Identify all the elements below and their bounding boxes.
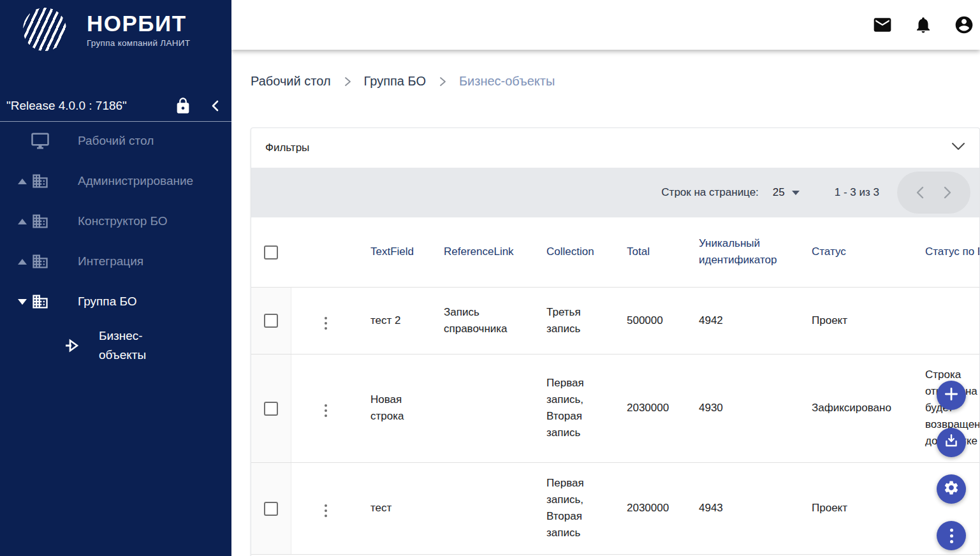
breadcrumb-item-desktop[interactable]: Рабочий стол bbox=[251, 74, 331, 89]
select-all-checkbox[interactable] bbox=[264, 245, 278, 260]
sidebar-item-label: Рабочий стол bbox=[78, 134, 154, 148]
column-header-textfield: TextField bbox=[360, 217, 434, 287]
brand-name: НОРБИТ bbox=[87, 11, 190, 36]
table-row: Новая строка Первая запись, Вторая запис… bbox=[251, 354, 979, 462]
collapsed-indicator-icon bbox=[18, 259, 27, 265]
business-objects-table: TextField ReferenceLink Collection Total… bbox=[251, 217, 979, 555]
sidebar-item-label: Интеграция bbox=[78, 254, 143, 268]
cell-uid: 4942 bbox=[689, 287, 801, 354]
chevron-right-icon bbox=[438, 77, 447, 87]
more-actions-button[interactable] bbox=[937, 521, 966, 550]
main-content: Рабочий стол Группа БО Бизнес-объекты Фи… bbox=[231, 50, 980, 556]
chevron-right-icon bbox=[343, 77, 352, 87]
next-page-button[interactable] bbox=[940, 185, 955, 200]
row-checkbox[interactable] bbox=[264, 314, 278, 328]
breadcrumb-item-business-objects: Бизнес-объекты bbox=[459, 74, 555, 89]
sidebar-item-label: Администрирование bbox=[78, 174, 193, 188]
rows-per-page-value: 25 bbox=[773, 186, 785, 199]
cell-textfield: тест bbox=[360, 462, 434, 554]
plus-icon bbox=[943, 386, 960, 405]
cell-status: Проект bbox=[801, 287, 915, 354]
pagination-range: 1 - 3 из 3 bbox=[835, 186, 879, 199]
sidebar-item-label: Группа БО bbox=[78, 295, 137, 309]
add-button[interactable] bbox=[937, 381, 966, 410]
sidebar-menu: Рабочий стол Администрирование Конструкт… bbox=[0, 126, 231, 327]
settings-button[interactable] bbox=[937, 474, 966, 504]
cell-referencelink bbox=[434, 462, 536, 554]
breadcrumb: Рабочий стол Группа БО Бизнес-объекты bbox=[251, 74, 555, 89]
download-button[interactable] bbox=[937, 428, 966, 457]
actions-column-header bbox=[291, 217, 360, 287]
cell-status: Проект bbox=[801, 462, 915, 554]
column-header-uid: Уникальный идентификатор bbox=[689, 217, 801, 287]
rows-per-page-label: Строк на странице: bbox=[661, 186, 759, 199]
collapsed-indicator-icon bbox=[18, 219, 27, 224]
cell-status: Зафиксировано bbox=[801, 354, 915, 462]
cell-status-bp bbox=[915, 287, 979, 354]
account-button[interactable] bbox=[953, 14, 975, 36]
desktop-icon bbox=[31, 131, 50, 150]
sidebar-subitem-label: Бизнес-объекты bbox=[99, 326, 168, 365]
sidebar-item-bo-group[interactable]: Группа БО bbox=[0, 287, 231, 316]
mail-button[interactable] bbox=[872, 14, 893, 36]
sidebar-item-integration[interactable]: Интеграция bbox=[0, 247, 231, 276]
row-actions-kebab-icon[interactable] bbox=[321, 400, 331, 421]
building-icon bbox=[31, 252, 50, 271]
column-header-status-bp: Статус по БП bbox=[915, 217, 979, 287]
table-header-row: TextField ReferenceLink Collection Total… bbox=[251, 217, 979, 287]
download-icon bbox=[943, 433, 960, 452]
previous-page-button[interactable] bbox=[912, 185, 928, 200]
column-header-total: Total bbox=[617, 217, 689, 287]
cell-referencelink bbox=[434, 354, 536, 462]
sidebar-subitem-business-objects[interactable]: Бизнес-объекты bbox=[0, 326, 231, 365]
column-header-referencelink: ReferenceLink bbox=[434, 217, 536, 287]
table-row: тест 2 Запись справочника Третья запись … bbox=[251, 287, 979, 354]
cell-collection: Первая запись, Вторая запись bbox=[536, 462, 617, 554]
cell-uid: 4930 bbox=[689, 354, 801, 462]
notifications-button[interactable] bbox=[912, 14, 934, 36]
brand-text: НОРБИТ Группа компаний ЛАНИТ bbox=[87, 11, 190, 48]
sidebar-divider bbox=[0, 121, 231, 122]
filters-panel-header[interactable]: Фильтры bbox=[251, 128, 979, 168]
column-header-collection: Collection bbox=[536, 217, 617, 287]
gear-icon bbox=[943, 479, 960, 499]
row-actions-kebab-icon[interactable] bbox=[321, 313, 331, 333]
release-row: "Release 4.0.0 : 7186" bbox=[0, 92, 231, 120]
sidebar-item-administration[interactable]: Администрирование bbox=[0, 166, 231, 196]
cell-collection: Первая запись, Вторая запись bbox=[536, 354, 617, 462]
sidebar-item-desktop[interactable]: Рабочий стол bbox=[0, 126, 231, 156]
table-wrap: TextField ReferenceLink Collection Total… bbox=[251, 217, 979, 555]
topbar bbox=[231, 0, 980, 50]
pager bbox=[897, 172, 970, 214]
row-checkbox[interactable] bbox=[264, 402, 278, 416]
building-icon bbox=[31, 292, 50, 311]
expanded-indicator-icon bbox=[18, 299, 27, 305]
table-toolbar: Строк на странице: 25 1 - 3 из 3 bbox=[251, 168, 979, 217]
row-actions-kebab-icon[interactable] bbox=[321, 501, 331, 521]
sidebar: НОРБИТ Группа компаний ЛАНИТ "Release 4.… bbox=[0, 0, 231, 556]
logo: НОРБИТ Группа компаний ЛАНИТ bbox=[23, 8, 190, 51]
brand-subtitle: Группа компаний ЛАНИТ bbox=[87, 38, 190, 48]
sidebar-item-label: Конструктор БО bbox=[78, 214, 168, 228]
cell-total: 2030000 bbox=[617, 462, 689, 554]
cell-total: 2030000 bbox=[617, 354, 689, 462]
arrow-right-icon bbox=[64, 337, 83, 354]
kebab-icon bbox=[950, 529, 953, 543]
lock-icon[interactable] bbox=[174, 97, 192, 115]
rows-per-page-select[interactable]: 25 bbox=[773, 186, 800, 199]
collapsed-indicator-icon bbox=[18, 179, 27, 184]
row-checkbox[interactable] bbox=[264, 502, 278, 516]
chevron-down-icon bbox=[951, 142, 965, 154]
caret-down-icon bbox=[792, 191, 800, 195]
cell-uid: 4943 bbox=[689, 462, 801, 554]
sidebar-item-bo-constructor[interactable]: Конструктор БО bbox=[0, 207, 231, 236]
sidebar-collapse-icon[interactable] bbox=[210, 99, 220, 112]
building-icon bbox=[31, 212, 50, 231]
filters-label: Фильтры bbox=[265, 142, 309, 154]
norbit-logo-icon bbox=[23, 8, 66, 51]
release-version: "Release 4.0.0 : 7186" bbox=[6, 99, 127, 113]
column-header-status: Статус bbox=[801, 217, 915, 287]
breadcrumb-item-bo-group[interactable]: Группа БО bbox=[364, 74, 426, 89]
cell-textfield: Новая строка bbox=[360, 354, 434, 462]
cell-textfield: тест 2 bbox=[360, 287, 434, 354]
